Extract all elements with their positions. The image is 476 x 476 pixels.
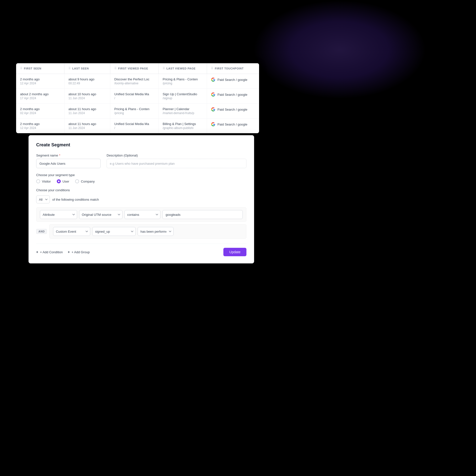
cell-touchpoint-2: Paid Search / google (207, 104, 259, 118)
cell-last-viewed-2: Planner | Calendar /market-demand-fruits… (159, 104, 207, 118)
radio-circle-user (57, 179, 61, 183)
cell-last-viewed-3: Billing & Plan | Settings /graphic-album… (159, 119, 207, 133)
radio-company[interactable]: Company (75, 179, 95, 183)
radio-circle-company (75, 179, 79, 183)
condition-row-1: Attribute Original UTM source contains (36, 207, 246, 222)
google-icon (211, 92, 215, 97)
condition-operator-select-1[interactable]: contains (124, 210, 160, 219)
plus-icon-group: + (68, 250, 70, 254)
cell-touchpoint-1: Paid Search / google (207, 89, 259, 103)
footer-left: + + Add Condition + + Add Group (36, 249, 90, 255)
segment-type-label: Choose your segment type (36, 173, 246, 177)
th-first-viewed: ⠿ FIRST VIEWED PAGE (110, 63, 159, 74)
cell-touchpoint-3: Paid Search / google (207, 119, 259, 133)
table-row: 2 months ago 02 Apr 2024 about 11 hours … (16, 104, 259, 119)
cell-last-seen-3: about 11 hours ago 11 Jun 2024 (64, 119, 110, 133)
th-last-seen: ⠿ LAST SEEN (64, 63, 110, 74)
cell-last-seen-2: about 11 hours ago 11 Jun 2024 (64, 104, 110, 118)
form-group-segment-name: Segment name * (36, 154, 101, 168)
and-badge: AND (36, 229, 47, 234)
drag-icon-touchpoint: ⠿ (211, 67, 213, 70)
radio-user[interactable]: User (57, 179, 69, 183)
table-row: 2 months ago 12 Apr 2024 about 9 hours a… (16, 74, 259, 89)
segment-type-section: Choose your segment type Visitor User Co… (36, 173, 246, 183)
table-section: ⠿ FIRST SEEN ⠿ LAST SEEN ⠿ FIRST VIEWED … (16, 63, 259, 133)
table-row: 2 months ago 12 Apr 2024 about 11 hours … (16, 119, 259, 133)
add-group-button[interactable]: + + Add Group (68, 249, 90, 255)
cell-first-viewed-1: Unified Social Media Ma / (110, 89, 159, 103)
modal-footer: + + Add Condition + + Add Group Update (36, 244, 246, 256)
condition-operator-select-2[interactable]: has been performed (138, 227, 174, 236)
cell-first-viewed-3: Unified Social Media Ma / (110, 119, 159, 133)
description-label: Description (Optional) (107, 154, 246, 157)
cell-first-seen-2: 2 months ago 02 Apr 2024 (16, 104, 64, 118)
update-button[interactable]: Update (223, 248, 246, 256)
cell-first-viewed-2: Pricing & Plans - Conten /pricing (110, 104, 159, 118)
plus-icon-condition: + (36, 250, 38, 254)
segment-type-radio-group: Visitor User Company (36, 179, 246, 183)
conditions-header: Choose your conditions (36, 188, 246, 192)
google-icon (211, 122, 215, 127)
radio-visitor[interactable]: Visitor (36, 179, 51, 183)
drag-icon-first-seen: ⠿ (20, 67, 23, 70)
th-first-touchpoint: ⠿ FIRST TOUCHPOINT (207, 63, 259, 74)
radio-circle-visitor (36, 179, 40, 183)
segment-name-label: Segment name * (36, 154, 101, 157)
condition-type-select-1[interactable]: Attribute (40, 210, 77, 219)
condition-field-select-2[interactable]: signed_up (92, 227, 136, 236)
required-star: * (59, 154, 60, 157)
condition-value-input-1[interactable] (162, 210, 243, 219)
condition-row-2-wrapper: AND Custom Event signed_up has been perf… (36, 224, 246, 239)
condition-row-2: Custom Event signed_up has been performe… (49, 224, 246, 239)
form-row-name-desc: Segment name * Description (Optional) e.… (36, 154, 246, 168)
form-group-description: Description (Optional) e.g Users who hav… (107, 154, 246, 168)
drag-icon-last-seen: ⠿ (68, 67, 71, 70)
cell-touchpoint-0: Paid Search / google (207, 74, 259, 89)
cell-first-seen-0: 2 months ago 12 Apr 2024 (16, 74, 64, 89)
condition-inner-1: Attribute Original UTM source contains (40, 210, 243, 219)
cell-first-viewed-0: Discover the Perfect Loc /loomly-alterna… (110, 74, 159, 89)
google-icon (211, 107, 215, 112)
condition-field-select-1[interactable]: Original UTM source (79, 210, 122, 219)
cell-last-seen-0: about 9 hours ago 00:22:49 (64, 74, 110, 89)
modal-title: Create Segment (36, 142, 246, 148)
main-container: ⠿ FIRST SEEN ⠿ LAST SEEN ⠿ FIRST VIEWED … (16, 63, 259, 133)
table-header: ⠿ FIRST SEEN ⠿ LAST SEEN ⠿ FIRST VIEWED … (16, 63, 259, 74)
create-segment-modal: Create Segment Segment name * Descriptio… (29, 135, 254, 263)
cell-first-seen-1: about 2 months ago 17 Apr 2024 (16, 89, 64, 103)
conditions-match-row: All of the following conditions match (36, 195, 246, 203)
google-icon (211, 77, 215, 82)
table-row: about 2 months ago 17 Apr 2024 about 10 … (16, 89, 259, 104)
conditions-section: Choose your conditions All of the follow… (36, 188, 246, 239)
add-condition-button[interactable]: + + Add Condition (36, 249, 63, 255)
segment-name-input[interactable] (36, 159, 101, 168)
th-last-viewed: ⠿ LAST VIEWED PAGE (159, 63, 207, 74)
cell-first-seen-3: 2 months ago 12 Apr 2024 (16, 119, 64, 133)
condition-inner-2: Custom Event signed_up has been performe… (53, 227, 243, 236)
th-first-seen: ⠿ FIRST SEEN (16, 63, 64, 74)
cell-last-seen-1: about 10 hours ago 11 Jun 2024 (64, 89, 110, 103)
cell-last-viewed-1: Sign Up | ContentStudio /signup (159, 89, 207, 103)
description-placeholder[interactable]: e.g Users who have purchased premium pla… (107, 159, 246, 168)
drag-icon-last-viewed: ⠿ (163, 67, 165, 70)
cell-last-viewed-0: Pricing & Plans - Conten /pricing (159, 74, 207, 89)
all-select[interactable]: All (36, 195, 50, 203)
drag-icon-first-viewed: ⠿ (114, 67, 117, 70)
condition-type-select-2[interactable]: Custom Event (53, 227, 90, 236)
